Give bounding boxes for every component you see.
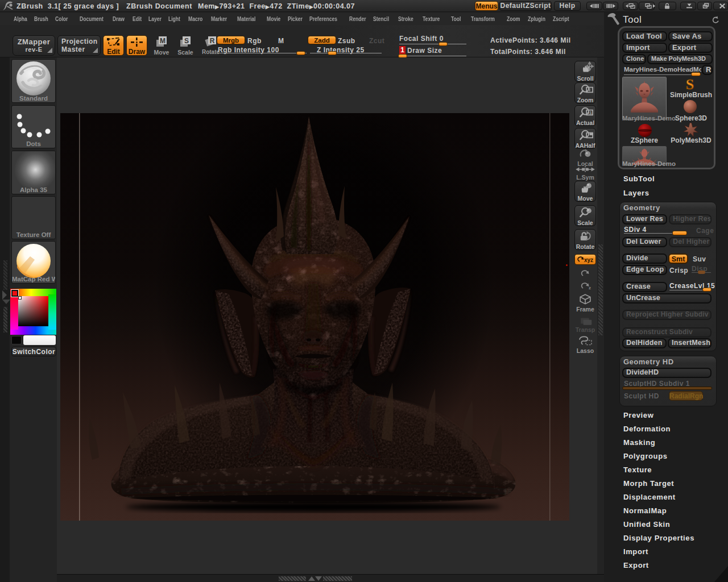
svg-text:R: R: [209, 37, 214, 45]
svg-text:S: S: [184, 37, 189, 45]
svg-text:xyz: xyz: [584, 257, 593, 263]
svg-text:S: S: [686, 76, 694, 92]
svg-text:M: M: [160, 37, 166, 45]
svg-text:z: z: [589, 285, 591, 290]
svg-text:x1: x1: [587, 110, 592, 115]
